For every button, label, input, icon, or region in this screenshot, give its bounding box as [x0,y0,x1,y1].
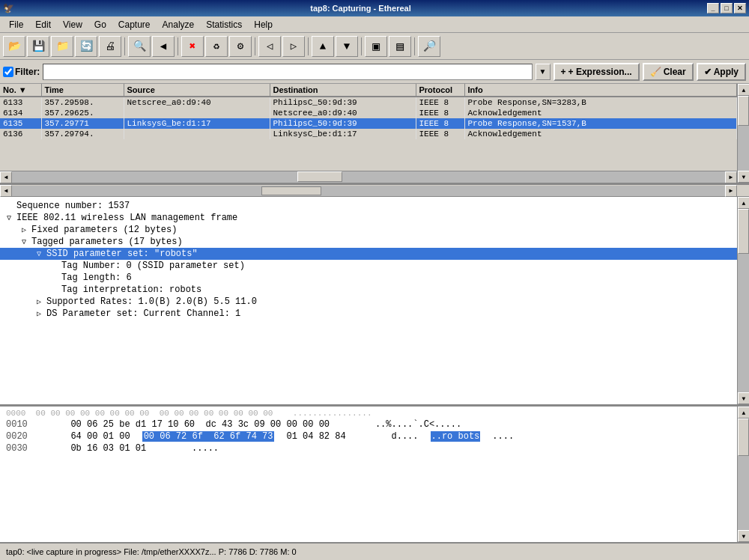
toolbar-view2-btn[interactable]: ▤ [389,36,411,57]
detail-text: Supported Rates: 1.0(B) 2.0(B) 5.5 11.0 [46,296,257,307]
hex-ascii: ..%....`.C<..... [375,419,461,430]
detail-v-scroll-track[interactable] [738,209,749,392]
toolbar-separator-6 [414,37,415,55]
toolbar-find-btn[interactable]: 🔍 [128,36,151,57]
packet-list-h-scrollbar[interactable]: ◀ ▶ [0,171,737,183]
packet-row[interactable]: 6134357.29625.Netscree_a0:d9:40IEEE 8Ack… [0,108,737,118]
h-scroll-thumb[interactable] [297,171,342,182]
toolbar-back-btn[interactable]: ◁ [258,36,281,57]
packet-row[interactable]: 6136357.29794.LinksysC_be:d1:17IEEE 8Ack… [0,129,737,139]
close-button[interactable]: ✕ [734,3,746,13]
menu-capture[interactable]: Capture [112,18,157,31]
col-proto[interactable]: Protocol [416,84,464,97]
detail-expand-icon[interactable]: ▽ [19,237,28,246]
toolbar-options-btn[interactable]: ⚙ [229,36,252,57]
toolbar-view1-btn[interactable]: ▣ [365,36,387,57]
hex-v-scrollbar[interactable]: ▲ ▼ [737,407,749,542]
minimize-button[interactable]: _ [707,3,719,13]
filter-bar: Filter: ▼ + + Expression... 🧹 Clear ✔ Ap… [0,60,749,84]
detail-line[interactable]: ▽Tagged parameters (17 bytes) [0,236,737,248]
menu-statistics[interactable]: Statistics [200,18,248,31]
filter-input[interactable] [43,64,532,80]
detail-expand-icon[interactable]: ▷ [19,225,28,234]
filter-dropdown-button[interactable]: ▼ [536,64,551,80]
col-source[interactable]: Source [124,84,270,97]
toolbar-stop-btn[interactable]: ✖ [181,36,204,57]
col-time[interactable]: Time [41,84,124,97]
toolbar-reload-btn[interactable]: 🔄 [75,36,97,57]
packet-row[interactable]: 6135357.29771LinksysG_be:d1:17PhilipsC_5… [0,118,737,129]
packet-cell: 6136 [0,129,41,139]
packet-cell: Probe Response,SN=1537,B [464,118,737,129]
detail-line[interactable]: Tag Number: 0 (SSID parameter set) [0,260,737,272]
detail-text: Sequence number: 1537 [16,201,130,211]
detail-line[interactable]: ▷DS Parameter set: Current Channel: 1 [0,308,737,320]
packet-list-pane: No. ▼ Time Source Destination Protocol I… [0,84,749,185]
menu-help[interactable]: Help [248,18,279,31]
toolbar-close-btn[interactable]: 📁 [51,36,73,57]
hex-v-scroll-thumb[interactable] [738,419,749,456]
v-scroll-up-btn[interactable]: ▲ [738,84,749,96]
detail-expand-icon[interactable]: ▷ [34,297,43,306]
menu-go[interactable]: Go [88,18,112,31]
h-scroll-track[interactable] [12,171,725,183]
toolbar-save-btn[interactable]: 💾 [27,36,49,57]
h-scroll-left-btn[interactable]: ◀ [0,171,12,183]
toolbar-up-btn[interactable]: ▲ [312,36,334,57]
packet-cell: Netscree_a0:d9:40 [124,97,270,108]
menu-edit[interactable]: Edit [29,18,57,31]
mid-h-scroll-right[interactable]: ▶ [725,185,737,197]
maximize-button[interactable]: □ [721,3,733,13]
toolbar: 📂 💾 📁 🔄 🖨 🔍 ◀ ✖ ♻ ⚙ ◁ ▷ ▲ ▼ ▣ ▤ 🔎 [0,33,749,60]
mid-h-scroll-left[interactable]: ◀ [0,185,12,197]
toolbar-zoom-btn[interactable]: 🔎 [418,36,440,57]
hex-v-scroll-track[interactable] [738,419,749,530]
col-dest[interactable]: Destination [270,84,416,97]
toolbar-forward-btn[interactable]: ▷ [282,36,305,57]
detail-line[interactable]: Sequence number: 1537 [0,200,737,212]
detail-line[interactable]: Tag interpretation: robots [0,284,737,296]
h-scroll-right-btn[interactable]: ▶ [725,171,737,183]
detail-v-scroll-down[interactable]: ▼ [738,392,749,404]
detail-expand-icon[interactable]: ▽ [4,213,13,222]
toolbar-down-btn[interactable]: ▼ [336,36,358,57]
packet-cell: IEEE 8 [416,97,464,108]
detail-v-scroll-up[interactable]: ▲ [738,197,749,209]
expression-button[interactable]: + + Expression... [554,63,640,81]
menu-analyze[interactable]: Analyze [157,18,201,31]
hex-v-scroll-down[interactable]: ▼ [738,530,749,542]
packet-cell: LinksysG_be:d1:17 [124,118,270,129]
toolbar-find-prev-btn[interactable]: ◀ [152,36,175,57]
toolbar-separator-1 [124,37,125,55]
col-no[interactable]: No. ▼ [0,84,41,97]
packet-list-v-scrollbar[interactable]: ▲ ▼ [737,84,749,183]
detail-expand-icon[interactable]: ▽ [34,249,43,258]
col-info[interactable]: Info [464,84,737,97]
detail-expand-icon[interactable]: ▷ [34,309,43,318]
detail-line[interactable]: ▷Fixed parameters (12 bytes) [0,224,737,236]
v-scroll-down-btn[interactable]: ▼ [738,171,749,183]
packet-cell: Acknowledgement [464,129,737,139]
v-scroll-track[interactable] [738,96,749,171]
detail-v-scrollbar[interactable]: ▲ ▼ [737,197,749,404]
detail-line[interactable]: ▽IEEE 802.11 wireless LAN management fra… [0,212,737,224]
detail-line[interactable]: ▽SSID parameter set: "robots" [0,248,737,260]
toolbar-refresh-btn[interactable]: ♻ [205,36,228,57]
mid-h-scroll-thumb[interactable] [261,186,321,195]
apply-button[interactable]: ✔ Apply [697,63,746,81]
mid-h-scroll-track[interactable] [12,186,725,196]
menu-view[interactable]: View [57,18,88,31]
toolbar-open-btn[interactable]: 📂 [3,36,25,57]
menu-file[interactable]: File [3,18,29,31]
detail-v-scroll-thumb[interactable] [738,209,749,254]
hex-v-scroll-up[interactable]: ▲ [738,407,749,419]
detail-line[interactable]: ▷Supported Rates: 1.0(B) 2.0(B) 5.5 11.0 [0,296,737,308]
hex-bytes: 0b 16 03 01 01 [70,443,146,454]
filter-checkbox[interactable] [3,67,13,77]
clear-button[interactable]: 🧹 Clear [643,63,694,81]
packet-row[interactable]: 6133357.29598.Netscree_a0:d9:40PhilipsC_… [0,97,737,108]
detail-line[interactable]: Tag length: 6 [0,272,737,284]
v-scroll-thumb[interactable] [738,96,749,126]
toolbar-print-btn[interactable]: 🖨 [99,36,121,57]
packet-cell: Netscree_a0:d9:40 [270,108,416,118]
